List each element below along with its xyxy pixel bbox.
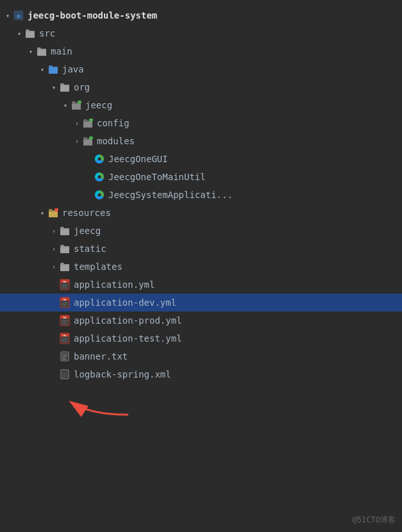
tree-item-templates[interactable]: templates: [0, 258, 402, 276]
folder-icon: [59, 225, 71, 237]
folder-special-icon: [82, 117, 94, 129]
tree-item-application-yml[interactable]: YML application.yml: [0, 276, 402, 294]
svg-text:YML: YML: [63, 281, 67, 283]
tree-item-label: jeecg: [85, 100, 112, 110]
tree-item-main[interactable]: main: [0, 42, 402, 60]
tree-item-logback-spring-xml[interactable]: </> logback-spring.xml: [0, 365, 402, 383]
folder-resources-icon: [47, 207, 59, 219]
yml-icon: YML: [59, 315, 71, 326]
folder-special-icon: [82, 135, 94, 147]
svg-point-6: [98, 158, 101, 161]
tree-item-label: config: [97, 118, 130, 128]
svg-text:YML: YML: [63, 335, 67, 337]
tree-item-label: application-prod.yml: [74, 315, 182, 326]
chevron-icon[interactable]: [37, 64, 47, 74]
tree-item-jeecg-boot-module-system[interactable]: m jeecg-boot-module-system: [0, 6, 402, 24]
chevron-icon[interactable]: [49, 226, 59, 236]
svg-text:YML: YML: [63, 299, 67, 301]
tree-item-JeecgOneToMainUtil[interactable]: JeecgOneToMainUtil: [0, 168, 402, 186]
tree-item-label: JeecgOneToMainUtil: [108, 172, 206, 182]
tree-item-application-dev-yml[interactable]: YML application-dev.yml: [0, 294, 402, 312]
chevron-icon[interactable]: [26, 46, 36, 56]
class-icon: [94, 153, 105, 165]
class-icon: [94, 171, 105, 183]
tree-item-label: static: [74, 244, 106, 254]
chevron-icon[interactable]: [49, 82, 59, 92]
tree-item-application-test-yml[interactable]: YML application-test.yml: [0, 329, 402, 347]
svg-point-8: [98, 176, 101, 179]
chevron-icon[interactable]: [14, 28, 24, 38]
tree-item-label: JeecgSystemApplicati...: [108, 190, 233, 200]
chevron-icon[interactable]: [49, 244, 59, 254]
folder-blue-icon: [47, 63, 59, 75]
tree-item-label: application.yml: [74, 279, 155, 290]
svg-point-10: [98, 194, 101, 197]
tree-item-label: jeecg: [74, 226, 101, 236]
tree-item-config[interactable]: config: [0, 114, 402, 132]
svg-text:YML: YML: [63, 317, 67, 319]
tree-item-label: banner.txt: [74, 351, 128, 362]
tree-item-modules[interactable]: modules: [0, 132, 402, 150]
chevron-icon[interactable]: [72, 136, 82, 146]
tree-item-JeecgSystemApplication[interactable]: JeecgSystemApplicati...: [0, 186, 402, 204]
tree-item-org[interactable]: org: [0, 78, 402, 96]
tree-item-label: templates: [74, 262, 122, 272]
chevron-icon[interactable]: [3, 10, 13, 21]
tree-item-jeecg2[interactable]: jeecg: [0, 222, 402, 240]
tree-item-JeecgOneGUI[interactable]: JeecgOneGUI: [0, 150, 402, 168]
tree-item-jeecg[interactable]: jeecg: [0, 96, 402, 114]
tree-item-banner-txt[interactable]: banner.txt: [0, 347, 402, 365]
yml-icon: YML: [59, 297, 71, 308]
file-tree: m jeecg-boot-module-system src main java…: [0, 0, 402, 390]
xml-icon: </>: [59, 369, 71, 380]
chevron-icon[interactable]: [60, 100, 71, 110]
chevron-icon[interactable]: [37, 208, 47, 218]
svg-text:</>: </>: [62, 372, 67, 375]
tree-item-label: jeecg-boot-module-system: [28, 10, 157, 21]
tree-item-label: main: [51, 46, 72, 56]
svg-text:m: m: [17, 13, 21, 19]
tree-item-label: src: [39, 28, 55, 38]
module-icon: m: [13, 10, 24, 21]
tree-item-static[interactable]: static: [0, 240, 402, 258]
tree-item-label: org: [74, 82, 90, 92]
tree-item-java[interactable]: java: [0, 60, 402, 78]
folder-icon: [24, 28, 36, 39]
tree-item-src[interactable]: src: [0, 24, 402, 42]
chevron-icon[interactable]: [72, 118, 82, 128]
tree-item-application-prod-yml[interactable]: YML application-prod.yml: [0, 312, 402, 329]
tree-item-resources[interactable]: resources: [0, 204, 402, 222]
tree-item-label: java: [62, 64, 84, 74]
folder-icon: [36, 46, 47, 57]
txt-icon: [59, 351, 71, 362]
chevron-icon[interactable]: [49, 262, 59, 272]
watermark: @51CTO博客: [353, 515, 396, 526]
class-icon: [94, 189, 105, 201]
folder-icon: [59, 81, 71, 93]
tree-item-label: application-dev.yml: [74, 297, 176, 308]
tree-item-label: modules: [97, 136, 135, 146]
folder-special-icon: [71, 99, 82, 111]
folder-icon: [59, 261, 71, 272]
yml-icon: YML: [59, 279, 71, 290]
yml-icon: YML: [59, 333, 71, 344]
folder-icon: [59, 243, 71, 254]
tree-item-label: resources: [62, 208, 111, 218]
tree-item-label: application-test.yml: [74, 333, 182, 344]
tree-item-label: logback-spring.xml: [74, 369, 171, 379]
tree-item-label: JeecgOneGUI: [108, 154, 168, 164]
